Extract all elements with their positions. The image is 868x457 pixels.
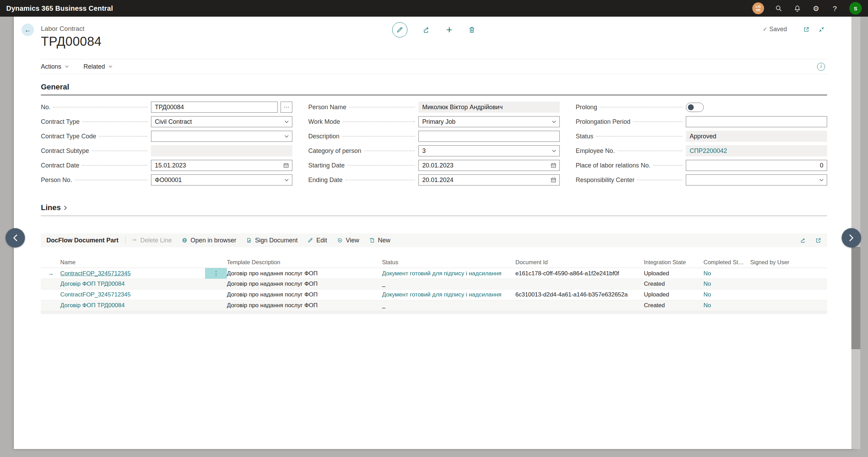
new-document-icon [369, 237, 375, 243]
edit-button[interactable] [392, 22, 407, 37]
table-row[interactable]: Договір ФОП ТРД00084 Договір про надання… [41, 300, 827, 311]
template-description-cell: Договір про надання послуг ФОП [227, 270, 382, 277]
chevron-right-icon [849, 234, 854, 242]
help-icon[interactable]: ? [831, 4, 839, 12]
table-row[interactable]: Договір ФОП ТРД00084 Договір про надання… [41, 279, 827, 290]
delete-button[interactable] [468, 26, 476, 34]
col-header-name[interactable]: Name [60, 259, 205, 266]
document-name-link[interactable]: Договір ФОП ТРД00084 [60, 281, 125, 287]
topbar: Dynamics 365 Business Central LIS HE ⚙ ?… [0, 0, 868, 17]
work-mode-select[interactable]: Primary Job [418, 116, 560, 127]
field-label: Contract Type [41, 118, 80, 126]
template-description-cell: Договір про надання послуг ФОП [227, 281, 382, 287]
part-share-button[interactable] [800, 237, 807, 244]
status-cell: Документ готовий для підпису і надсиланн… [382, 270, 515, 277]
view-line-button[interactable]: View [337, 237, 359, 244]
field-label: Employee No. [576, 147, 615, 155]
previous-record-button[interactable] [6, 228, 25, 248]
field-label: Place of labor relations No. [576, 162, 650, 169]
ending-date-input[interactable] [419, 175, 559, 185]
chevron-down-icon [819, 179, 824, 182]
trash-icon [468, 26, 476, 34]
col-header-signed-by-user[interactable]: Signed by User [750, 259, 827, 266]
document-name-link[interactable]: ContractFOP_3245712345 [60, 291, 131, 298]
description-input[interactable] [418, 131, 560, 142]
contract-type-select[interactable]: Civil Contract [151, 116, 292, 127]
open-in-browser-button[interactable]: Open in browser [181, 237, 236, 244]
settings-gear-icon[interactable]: ⚙ [812, 4, 820, 12]
edit-line-button[interactable]: Edit [307, 237, 327, 244]
field-label: No. [41, 104, 51, 111]
delete-line-button[interactable]: Delete Line [131, 237, 172, 244]
info-icon[interactable]: i [817, 63, 825, 71]
docflow-part-title: DocFlow Document Part [46, 237, 118, 244]
dotted-leader [343, 121, 415, 122]
field-contract-type-code: Contract Type Code [41, 129, 292, 144]
sign-document-button[interactable]: Sign Document [246, 237, 298, 244]
calendar-icon[interactable] [550, 162, 557, 169]
dotted-leader [345, 180, 415, 180]
starting-date-input[interactable] [419, 160, 559, 171]
open-in-new-window-button[interactable] [803, 26, 810, 33]
contract-date-input[interactable] [151, 160, 292, 171]
general-section-title[interactable]: General [41, 83, 827, 95]
app-title[interactable]: Dynamics 365 Business Central [6, 5, 113, 12]
col-header-status[interactable]: Status [382, 259, 515, 266]
col-header-integration-state[interactable]: Integration State [644, 259, 703, 266]
category-of-person-select[interactable]: 3 [418, 145, 560, 156]
prolongation-period-input[interactable] [686, 116, 827, 127]
document-name-link[interactable]: ContractFOP_3245712345 [60, 270, 131, 277]
contract-type-code-select[interactable] [151, 131, 292, 142]
globe-icon [181, 237, 188, 243]
col-header-document-id[interactable]: Document Id [515, 259, 644, 266]
back-button[interactable]: ← [21, 24, 34, 36]
lines-section-header[interactable]: Lines [41, 203, 827, 216]
chevron-right-icon [64, 205, 67, 210]
new-line-button[interactable]: New [369, 237, 390, 244]
document-name-link[interactable]: Договір ФОП ТРД00084 [60, 302, 125, 309]
row-options-button[interactable]: ⋮ [205, 268, 227, 279]
col-header-completed-status[interactable]: Completed Status [703, 259, 750, 266]
starting-date-field [418, 160, 560, 171]
calendar-icon[interactable] [550, 176, 557, 183]
docflow-table: Name Template Description Status Documen… [41, 257, 827, 314]
next-record-button[interactable] [842, 228, 861, 248]
prolong-toggle[interactable] [686, 103, 704, 112]
field-person-no: Person No. ФО00001 [41, 173, 292, 187]
dotted-leader [633, 121, 682, 122]
responsibility-center-select[interactable] [686, 174, 827, 186]
dotted-leader [53, 107, 148, 107]
plus-icon: + [446, 26, 452, 34]
employee-no-link[interactable]: СПР2200042 [690, 147, 727, 155]
contract-date-field [151, 160, 292, 171]
person-no-select[interactable]: ФО00001 [151, 174, 292, 186]
toolbar-separator [125, 237, 126, 244]
no-assist-button[interactable]: … [281, 102, 292, 113]
docflow-part: DocFlow Document Part Delete Line Open i… [41, 233, 827, 314]
place-of-labor-relations-input[interactable] [686, 160, 827, 171]
scrollbar-thumb[interactable] [851, 247, 860, 349]
field-label: Status [576, 133, 593, 140]
table-row[interactable]: ContractFOP_3245712345 Договір про надан… [41, 290, 827, 300]
table-row[interactable]: → ContractFOP_3245712345 ⋮ Договір про н… [41, 268, 827, 279]
menu-actions[interactable]: Actions [41, 63, 69, 70]
part-pop-out-button[interactable] [815, 237, 822, 244]
app-window: Dynamics 365 Business Central LIS HE ⚙ ?… [0, 0, 868, 457]
col-header-template-description[interactable]: Template Description [227, 259, 382, 266]
company-avatar[interactable]: LIS HE [752, 2, 764, 14]
search-icon[interactable] [774, 4, 783, 12]
share-button[interactable] [423, 26, 431, 34]
field-label: Person Name [308, 104, 346, 111]
dotted-leader [653, 165, 682, 166]
notifications-bell-icon[interactable] [793, 4, 801, 12]
user-avatar[interactable]: S [849, 2, 862, 15]
general-fields-grid: No. … Person Name Миколюк Віктор Андрійо… [41, 100, 827, 187]
field-prolong: Prolong [576, 100, 827, 114]
calendar-icon[interactable] [283, 162, 290, 169]
dotted-leader [75, 180, 148, 180]
new-record-button[interactable]: + [446, 26, 452, 34]
menu-related[interactable]: Related [83, 63, 113, 70]
collapse-button[interactable] [818, 26, 825, 33]
no-input[interactable] [151, 102, 278, 113]
view-icon [337, 237, 343, 243]
